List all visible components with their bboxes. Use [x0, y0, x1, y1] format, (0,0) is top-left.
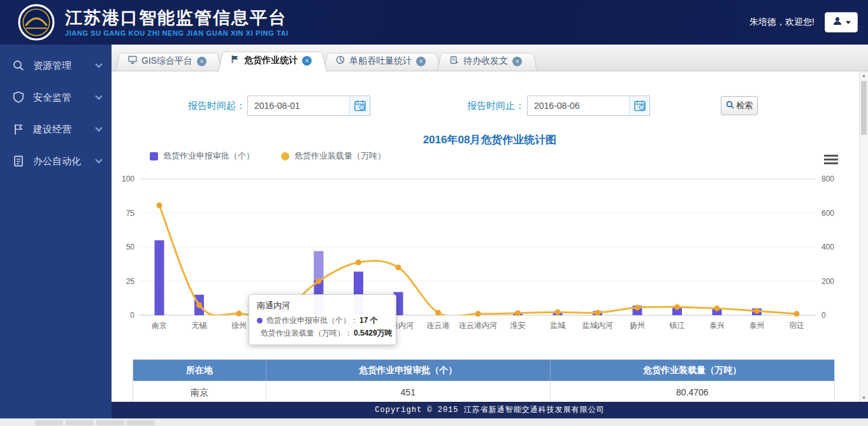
table-header: 危货作业申报审批（个）	[266, 360, 551, 381]
line-series-marker	[281, 152, 289, 160]
sidebar-item-office[interactable]: 办公自动化	[0, 145, 112, 177]
tooltip-title: 南通内河	[257, 300, 388, 311]
calendar-icon[interactable]	[349, 96, 370, 115]
series-dot-icon	[257, 318, 263, 323]
end-date-input[interactable]	[528, 96, 629, 115]
svg-text:100: 100	[122, 174, 134, 183]
table-header-row: 所在地 危货作业申报审批（个） 危货作业装载量（万吨）	[133, 360, 834, 381]
chart-menu-icon[interactable]	[824, 153, 838, 166]
scroll-up-icon[interactable]: ▲	[860, 73, 868, 78]
sidebar-item-construction[interactable]: 建设经营	[0, 113, 112, 145]
close-icon[interactable]: ×	[197, 57, 206, 66]
chevron-down-icon	[95, 92, 102, 99]
svg-text:25: 25	[126, 277, 135, 286]
vertical-scrollbar[interactable]: ▲ ▼	[859, 71, 868, 402]
table-cell: 451	[266, 381, 551, 402]
svg-text:镇江: 镇江	[669, 321, 685, 330]
table-header: 所在地	[133, 360, 266, 381]
close-icon[interactable]: ×	[302, 56, 312, 66]
bottom-strip	[0, 418, 868, 426]
svg-text:扬州: 扬州	[629, 321, 645, 330]
shield-icon	[11, 90, 25, 104]
svg-text:泰兴: 泰兴	[709, 321, 725, 330]
search-icon	[726, 101, 734, 111]
table-header: 危货作业装载量（万吨）	[551, 360, 835, 381]
legend-item-bar-series[interactable]: 危货作业申报审批（个）	[150, 150, 254, 162]
svg-text:宿迁: 宿迁	[789, 321, 804, 330]
tooltip-row: 危货作业申报审批（个）： 17 个	[257, 315, 388, 326]
tooltip-label: 危货作业装载量（万吨）：	[261, 328, 352, 339]
svg-text:盐城内河: 盐城内河	[582, 321, 613, 330]
main-content: 报告时间起： 报告时间止：	[112, 71, 868, 418]
svg-text:0: 0	[130, 311, 134, 320]
welcome-text: 朱培德，欢迎您!	[749, 17, 814, 28]
close-icon[interactable]: ×	[416, 57, 426, 66]
user-menu-button[interactable]	[825, 12, 858, 32]
svg-text:200: 200	[821, 277, 834, 286]
chevron-down-icon	[95, 60, 102, 67]
tab-label: 危货作业统计	[244, 55, 298, 66]
search-button[interactable]: 检索	[721, 96, 758, 115]
svg-text:400: 400	[821, 243, 834, 252]
tab-gis-platform[interactable]: GIS综合平台 ×	[115, 52, 222, 71]
copyright-footer: Copyright © 2015 江苏省新通智能交通科技发展有限公司	[112, 402, 868, 418]
start-date-input[interactable]	[248, 96, 349, 115]
tab-label: 待办收发文	[463, 55, 508, 67]
chart-title: 2016年08月危货作业统计图	[112, 132, 868, 147]
report-query-form: 报告时间起： 报告时间止：	[112, 96, 868, 116]
app-title: 江苏港口智能监管信息平台	[65, 8, 289, 27]
end-date-field[interactable]	[527, 96, 650, 116]
svg-text:泰州: 泰州	[749, 321, 765, 330]
tooltip-value: 0.5429万吨	[354, 328, 393, 339]
legend-item-line-series[interactable]: 危货作业装载量（万吨）	[281, 150, 386, 162]
top-header: 江苏港口智能监管信息平台 JIANG SU GANG KOU ZHI NENG …	[0, 0, 868, 45]
svg-text:600: 600	[821, 209, 834, 218]
svg-text:南京: 南京	[152, 321, 167, 330]
start-date-label: 报告时间起：	[188, 96, 245, 116]
scrollbar-thumb[interactable]	[861, 81, 867, 135]
title-block: 江苏港口智能监管信息平台 JIANG SU GANG KOU ZHI NENG …	[65, 8, 289, 37]
chart-legend: 危货作业申报审批（个） 危货作业装载量（万吨）	[150, 150, 386, 162]
start-date-field[interactable]	[247, 96, 370, 116]
calendar-icon[interactable]	[629, 96, 649, 115]
sidebar-item-resource[interactable]: 资源管理	[0, 50, 112, 82]
legend-label: 危货作业装载量（万吨）	[294, 150, 386, 162]
sidebar-item-label: 安全监管	[33, 92, 71, 104]
stats-table: 所在地 危货作业申报审批（个） 危货作业装载量（万吨） 南京 451 80.47…	[133, 359, 835, 403]
svg-text:800: 800	[821, 174, 834, 183]
close-icon[interactable]: ×	[512, 57, 522, 66]
sidebar-item-label: 建设经营	[33, 124, 71, 136]
table-cell: 南京	[133, 381, 266, 402]
sidebar-item-label: 资源管理	[33, 60, 71, 72]
tooltip-value: 17 个	[359, 315, 378, 326]
svg-text:连云港内河: 连云港内河	[459, 321, 497, 330]
tab-ship-throughput-stats[interactable]: 单船吞吐量统计 ×	[323, 52, 441, 71]
chevron-down-icon	[846, 21, 851, 24]
combo-chart: 02550751000200400600800南京无锡徐州常州苏州南通南通内河连…	[117, 167, 850, 336]
chevron-down-icon	[95, 124, 102, 131]
svg-text:无锡: 无锡	[192, 321, 207, 330]
end-date-label: 报告时间止：	[467, 96, 524, 116]
svg-text:徐州: 徐州	[231, 321, 247, 330]
tab-dangerous-cargo-stats[interactable]: 危货作业统计 ×	[218, 50, 327, 71]
svg-text:75: 75	[126, 209, 135, 218]
svg-text:连云港: 连云港	[427, 321, 450, 330]
tab-label: GIS综合平台	[141, 55, 192, 67]
tooltip-row: 危货作业装载量（万吨）： 0.5429万吨	[257, 328, 388, 339]
magnifier-icon	[11, 59, 25, 73]
platform-logo	[18, 4, 55, 41]
app-subtitle: JIANG SU GANG KOU ZHI NENG JIAN GUAN XIN…	[65, 29, 289, 37]
search-button-label: 检索	[736, 100, 753, 111]
sidebar-item-label: 办公自动化	[33, 155, 81, 167]
tab-pending-documents[interactable]: 待办收发文 ×	[437, 52, 537, 71]
sidebar-item-safety[interactable]: 安全监管	[0, 82, 112, 113]
scroll-down-icon[interactable]: ▼	[860, 395, 868, 400]
chart-tooltip: 南通内河 危货作业申报审批（个）： 17 个 危货作业装载量（万吨）： 0.54…	[249, 294, 396, 345]
legend-label: 危货作业申报审批（个）	[163, 150, 254, 162]
svg-text:盐城: 盐城	[550, 321, 565, 330]
monitor-icon	[128, 55, 137, 67]
table-row: 南京 451 80.4706	[133, 381, 834, 402]
tab-bar: GIS综合平台 × 危货作业统计 × 单船吞吐量统计 ×	[112, 45, 868, 71]
send-doc-icon	[450, 55, 459, 67]
flag-icon	[11, 122, 25, 136]
